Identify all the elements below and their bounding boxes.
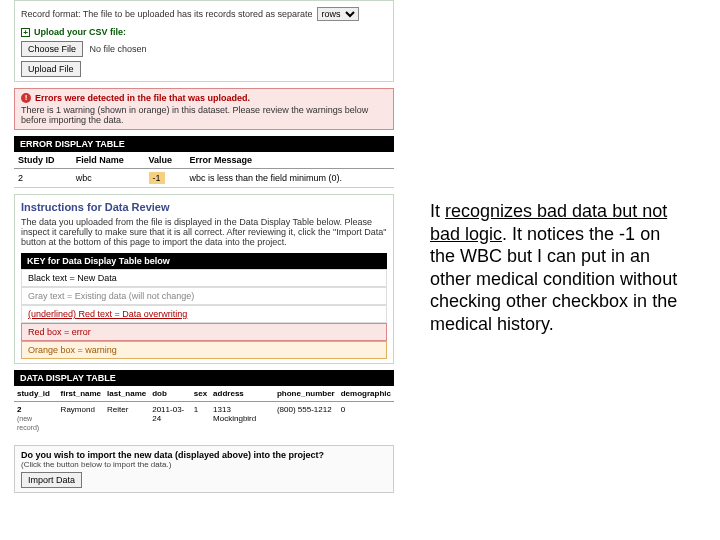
- warning-value: -1: [149, 172, 165, 184]
- col-study-id: Study ID: [14, 152, 72, 169]
- col-error-msg: Error Message: [185, 152, 394, 169]
- choose-file-button[interactable]: Choose File: [21, 41, 83, 57]
- error-title: ! Errors were detected in the file that …: [21, 93, 387, 103]
- data-table: study_id first_name last_name dob sex ad…: [14, 386, 394, 435]
- upload-csv-row: + Upload your CSV file:: [21, 23, 387, 41]
- error-icon: !: [21, 93, 31, 103]
- key-row-warning: Orange box = warning: [21, 341, 387, 359]
- table-row: 2 (new record) Raymond Reiter 2011-03-24…: [14, 402, 394, 436]
- error-panel: ! Errors were detected in the file that …: [14, 88, 394, 130]
- key-title: KEY for Data Display Table below: [21, 253, 387, 269]
- import-panel: Do you wish to import the new data (disp…: [14, 445, 394, 493]
- key-row-overwrite: (underlined) Red text = Data overwriting: [21, 305, 387, 323]
- import-title: Do you wish to import the new data (disp…: [21, 450, 387, 460]
- data-table-title: DATA DISPLAY TABLE: [14, 370, 394, 386]
- error-table-title: ERROR DISPLAY TABLE: [14, 136, 394, 152]
- col-value: Value: [145, 152, 186, 169]
- import-sub: (Click the button below to import the da…: [21, 460, 387, 469]
- error-body: There is 1 warning (shown in orange) in …: [21, 105, 387, 125]
- instructions-title: Instructions for Data Review: [21, 199, 387, 217]
- upload-file-button[interactable]: Upload File: [21, 61, 81, 77]
- record-format-row: Record format: The file to be uploaded h…: [21, 5, 387, 23]
- col-field-name: Field Name: [72, 152, 145, 169]
- key-row-error: Red box = error: [21, 323, 387, 341]
- key-row-new: Black text = New Data: [21, 269, 387, 287]
- table-row: 2 wbc -1 wbc is less than the field mini…: [14, 169, 394, 188]
- file-chooser-row: Choose File No file chosen: [21, 41, 387, 57]
- upload-csv-label: Upload your CSV file:: [34, 27, 126, 37]
- instructions-body: The data you uploaded from the file is d…: [21, 217, 387, 247]
- record-format-label: Record format: The file to be uploaded h…: [21, 9, 313, 19]
- record-format-select[interactable]: rows: [317, 7, 359, 21]
- plus-icon: +: [21, 28, 30, 37]
- import-data-button[interactable]: Import Data: [21, 472, 82, 488]
- upload-panel: Record format: The file to be uploaded h…: [14, 0, 394, 82]
- error-table: Study ID Field Name Value Error Message …: [14, 152, 394, 188]
- no-file-label: No file chosen: [90, 44, 147, 54]
- instructions-panel: Instructions for Data Review The data yo…: [14, 194, 394, 364]
- table-header-row: study_id first_name last_name dob sex ad…: [14, 386, 394, 402]
- key-row-gray: Gray text = Existing data (will not chan…: [21, 287, 387, 305]
- annotation-text: It recognizes bad data but not bad logic…: [430, 200, 680, 335]
- table-header-row: Study ID Field Name Value Error Message: [14, 152, 394, 169]
